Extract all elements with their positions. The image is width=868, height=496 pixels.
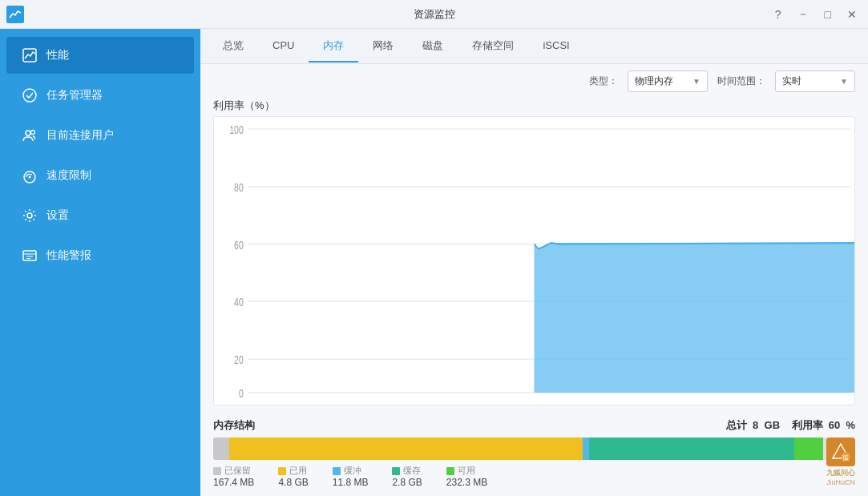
titlebar-left (6, 6, 24, 23)
sidebar-item-speed-limit[interactable]: 速度限制 (6, 157, 194, 194)
task-icon (21, 87, 38, 104)
bar-segment-used (229, 438, 583, 460)
tab-network[interactable]: 网络 (358, 30, 408, 63)
help-button[interactable]: ? (770, 6, 786, 22)
chart-wrapper: 100 80 60 40 20 0 (213, 116, 855, 405)
chart-title: 利用率（%） (213, 99, 855, 113)
sidebar-item-users-label: 目前连接用户 (46, 128, 114, 143)
svg-point-5 (29, 176, 31, 179)
bar-segment-available (794, 438, 823, 460)
svg-text:20: 20 (234, 353, 244, 366)
svg-point-3 (31, 131, 35, 135)
memory-title: 内存结构 (213, 418, 255, 433)
settings-icon (21, 207, 38, 224)
memory-header: 内存结构 总计 8 GB 利用率 60 % (213, 418, 855, 433)
tab-overview[interactable]: 总览 (208, 30, 258, 63)
legend-item-available: 可用 232.3 MB (446, 465, 487, 488)
watermark: 狐 九狐问心 JiuHuCN (826, 438, 855, 486)
sidebar-item-task-manager[interactable]: 任务管理器 (6, 77, 194, 114)
svg-text:狐: 狐 (842, 454, 849, 462)
watermark-line1: 九狐问心 (826, 468, 855, 478)
legend-swatch-cached (333, 467, 341, 475)
bar-segment-reserved (213, 438, 229, 460)
maximize-button[interactable]: □ (820, 6, 836, 22)
svg-point-6 (27, 213, 32, 218)
sidebar-item-settings[interactable]: 设置 (6, 197, 194, 234)
svg-text:100: 100 (229, 123, 244, 136)
legend-item-cached: 缓冲 11.8 MB (333, 465, 369, 488)
tabbar: 总览 CPU 内存 网络 磁盘 存储空间 iSCSI (200, 29, 868, 64)
tab-memory[interactable]: 内存 (309, 30, 358, 63)
time-select-arrow: ▼ (840, 77, 848, 86)
titlebar-title: 资源监控 (414, 7, 455, 22)
watermark-line2: JiuHuCN (826, 478, 855, 486)
chart-area: 利用率（%） 100 80 60 40 20 0 (200, 99, 868, 412)
memory-legend: 已保留 167.4 MB 已用 4.8 GB 缓冲 11.8 MB 缓存 2.8… (213, 465, 855, 488)
time-select[interactable]: 实时 ▼ (775, 71, 855, 92)
svg-text:80: 80 (234, 180, 244, 194)
sidebar-item-speed-label: 速度限制 (46, 168, 91, 183)
close-button[interactable]: ✕ (842, 6, 862, 22)
tab-iscsi[interactable]: iSCSI (528, 31, 583, 61)
titlebar: 资源监控 ? － □ ✕ (0, 0, 868, 29)
sidebar: 性能 任务管理器 目前连接用户 (0, 29, 200, 496)
sidebar-item-settings-label: 设置 (46, 208, 69, 223)
legend-swatch-available (446, 467, 454, 475)
app-icon (6, 6, 24, 23)
titlebar-controls: ? － □ ✕ (770, 6, 862, 23)
content: 总览 CPU 内存 网络 磁盘 存储空间 iSCSI 类型： (200, 29, 868, 496)
svg-point-2 (26, 131, 30, 135)
chart-icon (21, 46, 38, 64)
sidebar-item-connected-users[interactable]: 目前连接用户 (6, 117, 194, 154)
main-container: 性能 任务管理器 目前连接用户 (0, 29, 868, 496)
sidebar-item-alert-label: 性能警报 (46, 248, 91, 263)
sidebar-item-performance-alert[interactable]: 性能警报 (6, 237, 194, 274)
chart-svg: 100 80 60 40 20 0 (214, 117, 854, 405)
toolbar: 类型： 物理内存 ▼ 时间范围： 实时 ▼ (200, 64, 868, 99)
tab-storage[interactable]: 存储空间 (458, 30, 528, 63)
time-label: 时间范围： (717, 75, 765, 88)
legend-item-reserved: 已保留 167.4 MB (213, 465, 254, 488)
type-select[interactable]: 物理内存 ▼ (628, 71, 708, 92)
bar-segment-cached (583, 438, 589, 460)
tab-cpu[interactable]: CPU (258, 31, 309, 61)
sidebar-item-performance-label: 性能 (46, 48, 69, 63)
legend-item-buffer: 缓存 2.8 GB (392, 465, 422, 488)
tab-disk[interactable]: 磁盘 (408, 30, 458, 63)
svg-text:0: 0 (239, 386, 244, 400)
legend-swatch-used (278, 467, 286, 475)
memory-section: 内存结构 总计 8 GB 利用率 60 % 已保留 167.4 MB 已 (200, 412, 868, 496)
bar-segment-buffer (589, 438, 794, 460)
type-label: 类型： (589, 75, 618, 88)
sidebar-item-performance[interactable]: 性能 (6, 37, 194, 74)
legend-swatch-buffer (392, 467, 400, 475)
alert-icon (21, 247, 38, 264)
users-icon (21, 127, 38, 144)
svg-point-1 (23, 89, 36, 102)
svg-text:40: 40 (234, 295, 244, 308)
svg-rect-7 (23, 251, 36, 260)
memory-stats: 总计 8 GB 利用率 60 % (726, 418, 855, 433)
legend-item-used: 已用 4.8 GB (278, 465, 308, 488)
speed-icon (21, 167, 38, 184)
svg-text:60: 60 (234, 238, 244, 252)
legend-swatch-reserved (213, 467, 221, 475)
type-select-arrow: ▼ (692, 77, 700, 86)
memory-bar (213, 438, 855, 460)
sidebar-item-task-manager-label: 任务管理器 (46, 88, 103, 103)
svg-marker-23 (535, 243, 855, 393)
minimize-button[interactable]: － (793, 6, 813, 23)
